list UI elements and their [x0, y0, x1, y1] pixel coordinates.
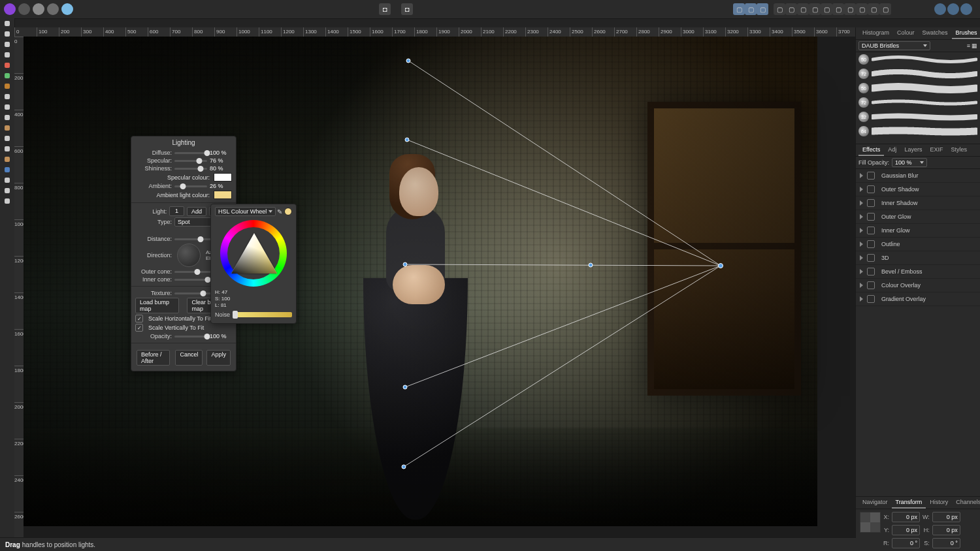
flip-v-icon[interactable]: ▢ — [797, 3, 809, 15]
info-icon[interactable]: ◘ — [379, 3, 391, 15]
lock-icon[interactable]: ▢ — [879, 3, 891, 15]
aspect-icon[interactable]: ◘ — [401, 3, 413, 15]
fx-checkbox[interactable] — [867, 254, 875, 262]
fx-checkbox[interactable] — [867, 295, 875, 303]
fx-checkbox[interactable] — [867, 199, 875, 207]
brush-row[interactable]: 56 — [856, 81, 980, 95]
brush-tool[interactable] — [0, 91, 14, 102]
dup-icon[interactable]: ▢ — [774, 3, 785, 15]
opacity-slider[interactable] — [174, 336, 207, 338]
[object Object][interactable]: ▢ — [757, 3, 768, 15]
fx-outer-glow[interactable]: Outer Glow — [856, 210, 980, 224]
tab-effects[interactable]: Effects — [858, 144, 884, 156]
brush-row[interactable]: 50 — [856, 52, 980, 67]
hsl-mode-select[interactable]: HSL Colour Wheel — [215, 207, 276, 216]
shininess-slider[interactable] — [174, 168, 207, 170]
fx-inner-glow[interactable]: Inner Glow — [856, 224, 980, 238]
fx-inner-shadow[interactable]: Inner Shadow — [856, 197, 980, 210]
shape-tool[interactable] — [0, 165, 14, 175]
marquee-tool[interactable] — [0, 50, 14, 60]
smudge-tool[interactable] — [0, 133, 14, 144]
w-field[interactable]: 0 px — [932, 512, 960, 522]
fx-gradient-overlay[interactable]: Gradient Overlay — [856, 292, 980, 306]
eraser-tool[interactable] — [0, 112, 14, 123]
tab-brushes[interactable]: Brushes — [952, 27, 980, 39]
s-field[interactable]: 0 ° — [932, 538, 960, 548]
list-view-icon[interactable]: ≡ — [967, 42, 970, 49]
noise-slider[interactable] — [233, 312, 292, 317]
grid-view-icon[interactable]: ▦ — [972, 42, 977, 49]
fx-3d[interactable]: 3D — [856, 251, 980, 265]
gradient-tool[interactable] — [0, 81, 14, 91]
x-field[interactable]: 0 px — [892, 512, 920, 522]
paint-tool[interactable] — [0, 60, 14, 71]
pencil-tool[interactable] — [0, 102, 14, 112]
fill-opacity-field[interactable]: 100 % — [892, 158, 927, 167]
group-icon[interactable]: ▢ — [832, 3, 844, 15]
crop-tool[interactable] — [0, 39, 14, 50]
h-field[interactable]: 0 px — [932, 525, 960, 535]
ungroup-icon[interactable]: ▢ — [844, 3, 856, 15]
tab-swatches[interactable]: Swatches — [919, 27, 952, 39]
color-picker-tool[interactable] — [0, 71, 14, 81]
fx-colour-overlay[interactable]: Colour Overlay — [856, 279, 980, 292]
add-light-button[interactable]: Add — [187, 207, 206, 216]
load-bump-button[interactable]: Load bump map — [135, 298, 179, 313]
fx-outline[interactable]: Outline — [856, 238, 980, 251]
light-index-field[interactable]: 1 — [169, 206, 184, 216]
rot-l-icon[interactable]: ▢ — [809, 3, 821, 15]
tab-transform[interactable]: Transform — [892, 497, 926, 509]
brush-row[interactable]: 72 — [856, 95, 980, 110]
r-field[interactable]: 0 ° — [892, 538, 920, 548]
apply-button[interactable]: Apply — [206, 350, 231, 366]
fx-checkbox[interactable] — [867, 213, 875, 221]
settings-icon[interactable] — [33, 3, 44, 15]
scale-h-checkbox[interactable]: ✓ — [135, 315, 143, 323]
move-tool[interactable] — [0, 29, 14, 39]
palette-circle[interactable] — [47, 3, 59, 15]
app-icon[interactable] — [4, 3, 16, 15]
specular-colour-swatch[interactable] — [214, 173, 232, 181]
fx-checkbox[interactable] — [867, 185, 875, 193]
before-after-button[interactable]: Before / After — [137, 350, 170, 366]
specular-slider[interactable] — [174, 160, 207, 162]
brush-row[interactable]: 32 — [856, 110, 980, 124]
persona-circle[interactable] — [18, 3, 30, 15]
[object Object][interactable]: ▢ — [745, 3, 757, 15]
fx-gaussian-blur[interactable]: Gaussian Blur — [856, 169, 980, 183]
brush-list[interactable]: 50 72 56 72 32 — [856, 52, 980, 144]
eyedropper-icon[interactable]: ✎ — [277, 208, 282, 215]
brush-row[interactable]: 72 — [856, 67, 980, 81]
diffuse-slider[interactable] — [174, 152, 207, 154]
direction-knob[interactable] — [177, 244, 201, 267]
tab-navigator[interactable]: Navigator — [858, 497, 892, 509]
flip-h-icon[interactable]: ▢ — [785, 3, 797, 15]
tab-styles[interactable]: Styles — [947, 144, 971, 156]
dodge-tool[interactable] — [0, 154, 14, 165]
tab-channels[interactable]: Channels — [952, 497, 980, 509]
hsl-popover[interactable]: HSL Colour Wheel ✎ H: 47 S: 100 L: 81 No… — [210, 204, 297, 324]
fx-checkbox[interactable] — [867, 240, 875, 248]
text-tool[interactable] — [0, 175, 14, 185]
tab-colour[interactable]: Colour — [893, 27, 919, 39]
tab-histogram[interactable]: Histogram — [858, 27, 893, 39]
pen-tool[interactable] — [0, 185, 14, 196]
ambient-colour-swatch[interactable] — [214, 191, 232, 199]
chat-icon[interactable] — [934, 3, 946, 15]
front-icon[interactable]: ▢ — [856, 3, 868, 15]
ambient-slider[interactable] — [174, 185, 207, 187]
tab-exif[interactable]: EXIF — [926, 144, 947, 156]
fx-checkbox[interactable] — [867, 172, 875, 180]
brush-set-select[interactable]: DAUB Bristles — [858, 41, 930, 50]
fx-bevel-emboss[interactable]: Bevel / Emboss — [856, 265, 980, 279]
hsl-wheel[interactable] — [220, 220, 287, 287]
scale-v-checkbox[interactable]: ✓ — [135, 324, 143, 332]
tab-adj[interactable]: Adj — [884, 144, 900, 156]
zoom-tool[interactable] — [0, 196, 14, 206]
current-colour-swatch[interactable] — [284, 208, 292, 215]
y-field[interactable]: 0 px — [892, 525, 920, 535]
rot-r-icon[interactable]: ▢ — [821, 3, 832, 15]
back-icon[interactable]: ▢ — [868, 3, 879, 15]
fx-checkbox[interactable] — [867, 281, 875, 289]
node-icon[interactable] — [61, 3, 73, 15]
